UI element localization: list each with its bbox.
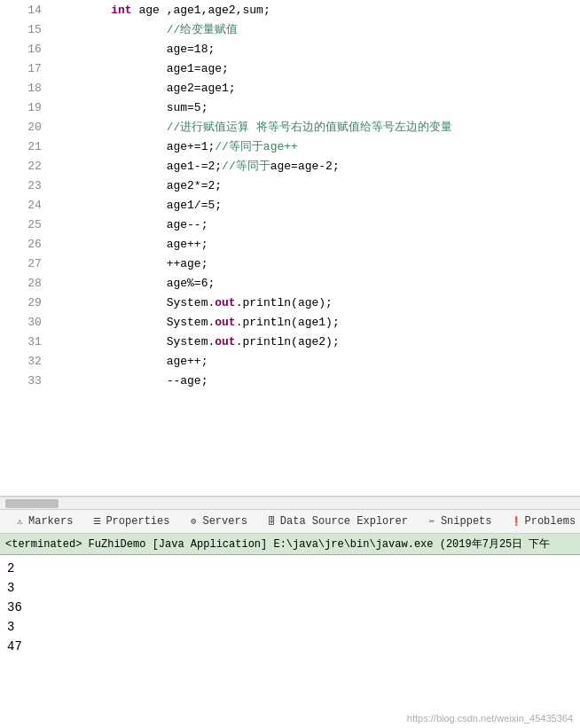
console-line: 3 <box>7 617 573 637</box>
console-line: 3 <box>7 578 573 598</box>
line-content: --age; <box>52 371 580 390</box>
line-content: age2*=2; <box>52 176 580 195</box>
table-row: 30 System.out.println(age1); <box>0 312 580 332</box>
table-row: 33 --age; <box>0 371 580 390</box>
line-number: 18 <box>0 78 52 98</box>
tab-item-problems[interactable]: ❗Problems <box>502 512 581 531</box>
tab-icon: ❗ <box>510 515 522 528</box>
line-number: 24 <box>0 195 52 215</box>
console-terminated-header: <terminated> FuZhiDemo [Java Application… <box>0 534 580 555</box>
line-content: System.out.println(age1); <box>52 312 580 332</box>
line-number: 30 <box>0 312 52 332</box>
horizontal-scrollbar[interactable] <box>0 497 580 509</box>
line-content: age1-=2;//等同于age=age-2; <box>52 156 580 176</box>
line-content: age2=age1; <box>52 78 580 98</box>
tab-label: Markers <box>28 515 73 528</box>
table-row: 32 age++; <box>0 351 580 371</box>
table-row: 16 age=18; <box>0 39 580 59</box>
line-content: age++; <box>52 234 580 254</box>
tab-item-servers[interactable]: ⚙Servers <box>179 512 255 531</box>
tab-label: Problems <box>525 515 576 528</box>
table-row: 26 age++; <box>0 234 580 254</box>
tab-label: Properties <box>106 515 169 528</box>
tab-icon: 🗄 <box>265 515 278 528</box>
console-line: 2 <box>7 559 573 578</box>
code-editor: 14 int age ,age1,age2,sum;15 //给变量赋值16 a… <box>0 0 580 497</box>
line-number: 22 <box>0 156 52 176</box>
line-number: 15 <box>0 20 52 39</box>
tab-label: Data Source Explorer <box>280 515 408 528</box>
line-content: sum=5; <box>52 98 580 117</box>
line-content: System.out.println(age2); <box>52 332 580 351</box>
line-number: 14 <box>0 0 52 20</box>
table-row: 18 age2=age1; <box>0 78 580 98</box>
tab-icon: ⚠ <box>13 515 26 528</box>
line-content: int age ,age1,age2,sum; <box>52 0 580 20</box>
line-number: 33 <box>0 371 52 390</box>
line-content: age--; <box>52 215 580 234</box>
tabs-bar: ⚠Markers☰Properties⚙Servers🗄Data Source … <box>0 509 580 534</box>
console-output: 2336347 <box>0 555 580 660</box>
line-number: 28 <box>0 273 52 293</box>
tab-item-properties[interactable]: ☰Properties <box>82 512 177 531</box>
line-content: //进行赋值运算 将等号右边的值赋值给等号左边的变量 <box>52 117 580 137</box>
line-content: age=18; <box>52 39 580 59</box>
line-number: 20 <box>0 117 52 137</box>
line-content: ++age; <box>52 254 580 273</box>
line-content: age++; <box>52 351 580 371</box>
line-content: //给变量赋值 <box>52 20 580 39</box>
line-number: 32 <box>0 351 52 371</box>
table-row: 14 int age ,age1,age2,sum; <box>0 0 580 20</box>
table-row: 21 age+=1;//等同于age++ <box>0 137 580 156</box>
table-row: 27 ++age; <box>0 254 580 273</box>
console-line: 36 <box>7 598 573 617</box>
line-number: 26 <box>0 234 52 254</box>
code-table: 14 int age ,age1,age2,sum;15 //给变量赋值16 a… <box>0 0 580 390</box>
table-row: 29 System.out.println(age); <box>0 293 580 312</box>
tab-icon: ☰ <box>90 515 103 528</box>
table-row: 20 //进行赋值运算 将等号右边的值赋值给等号左边的变量 <box>0 117 580 137</box>
line-number: 27 <box>0 254 52 273</box>
tab-icon: ⚙ <box>187 515 200 528</box>
line-content: age+=1;//等同于age++ <box>52 137 580 156</box>
table-row: 15 //给变量赋值 <box>0 20 580 39</box>
line-content: age1=age; <box>52 59 580 78</box>
line-content: age%=6; <box>52 273 580 293</box>
line-number: 19 <box>0 98 52 117</box>
scroll-thumb[interactable] <box>5 499 59 508</box>
table-row: 24 age1/=5; <box>0 195 580 215</box>
table-row: 31 System.out.println(age2); <box>0 332 580 351</box>
tab-label: Snippets <box>441 515 492 528</box>
line-number: 17 <box>0 59 52 78</box>
tab-item-snippets[interactable]: ✂Snippets <box>418 512 500 531</box>
table-row: 19 sum=5; <box>0 98 580 117</box>
line-number: 16 <box>0 39 52 59</box>
console-output-area: 2336347 <box>0 555 580 727</box>
table-row: 28 age%=6; <box>0 273 580 293</box>
console-wrapper: <terminated> FuZhiDemo [Java Application… <box>0 534 580 727</box>
tab-item-markers[interactable]: ⚠Markers <box>5 512 81 531</box>
line-number: 23 <box>0 176 52 195</box>
line-number: 29 <box>0 293 52 312</box>
line-content: age1/=5; <box>52 195 580 215</box>
tab-icon: ✂ <box>426 515 438 528</box>
table-row: 25 age--; <box>0 215 580 234</box>
line-number: 25 <box>0 215 52 234</box>
line-number: 21 <box>0 137 52 156</box>
table-row: 23 age2*=2; <box>0 176 580 195</box>
table-row: 22 age1-=2;//等同于age=age-2; <box>0 156 580 176</box>
console-line: 47 <box>7 637 573 656</box>
line-number: 31 <box>0 332 52 351</box>
code-scroll[interactable]: 14 int age ,age1,age2,sum;15 //给变量赋值16 a… <box>0 0 580 496</box>
tab-label: Servers <box>202 515 247 528</box>
tab-item-data-source-explorer[interactable]: 🗄Data Source Explorer <box>257 512 416 531</box>
line-content: System.out.println(age); <box>52 293 580 312</box>
table-row: 17 age1=age; <box>0 59 580 78</box>
